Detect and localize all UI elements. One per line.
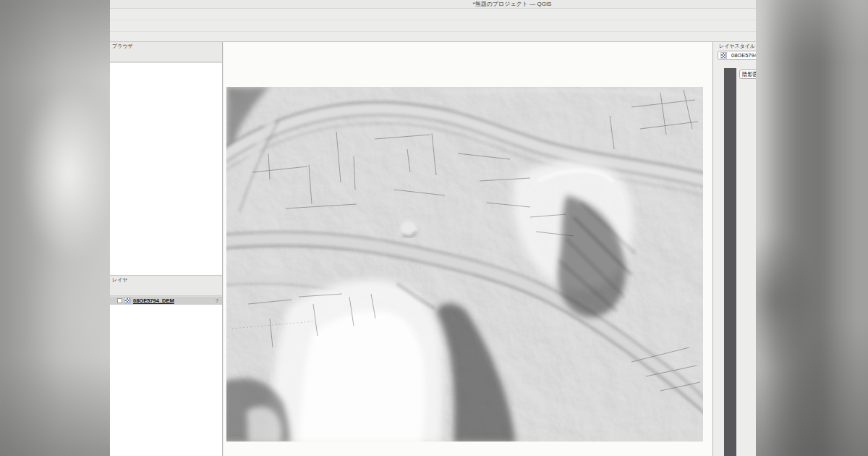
browser-toolbar bbox=[110, 51, 222, 62]
layer-name: 08OE5794_DEM bbox=[133, 297, 174, 304]
left-dock: ブラウザ レイヤ 08OE5794_DE bbox=[110, 42, 223, 456]
hillshade-raster[interactable] bbox=[226, 87, 703, 442]
browser-panel-title: ブラウザ bbox=[112, 43, 208, 50]
title-bar: *無題のプロジェクト — QGIS bbox=[110, 0, 868, 9]
main-area: ブラウザ レイヤ 08OE5794_DE bbox=[110, 42, 868, 456]
browser-panel-header: ブラウザ bbox=[110, 42, 222, 51]
styling-panel-title: レイヤスタイル bbox=[719, 43, 755, 50]
raster-layer-icon bbox=[124, 297, 131, 304]
layers-panel-header: レイヤ bbox=[110, 276, 222, 284]
layers-toolbar bbox=[110, 284, 222, 296]
raster-layer-icon bbox=[720, 52, 727, 59]
blurred-background-right bbox=[756, 0, 868, 456]
map-canvas[interactable] bbox=[224, 42, 712, 456]
layer-row-dem[interactable]: 08OE5794_DEM ? bbox=[110, 297, 222, 305]
layer-visibility-checkbox[interactable] bbox=[117, 298, 122, 303]
browser-tree bbox=[110, 62, 222, 275]
layers-list: 08OE5794_DEM ? bbox=[110, 296, 222, 456]
layers-panel: レイヤ 08OE5794_DEM ? bbox=[110, 275, 222, 456]
toolbar-main bbox=[110, 9, 868, 20]
blurred-background-left bbox=[0, 0, 110, 456]
layer-crs-warning-badge[interactable]: ? bbox=[216, 298, 222, 303]
window-title: *無題のプロジェクト — QGIS bbox=[110, 0, 868, 9]
toolbar-attributes bbox=[110, 32, 868, 42]
qgis-window: *無題のプロジェクト — QGIS ブラウザ レイヤ bbox=[110, 0, 868, 456]
browser-panel: ブラウザ bbox=[110, 42, 222, 275]
layers-panel-title: レイヤ bbox=[112, 276, 208, 284]
toolbar-digitizing bbox=[110, 20, 868, 32]
styling-tab-strip bbox=[724, 68, 736, 456]
